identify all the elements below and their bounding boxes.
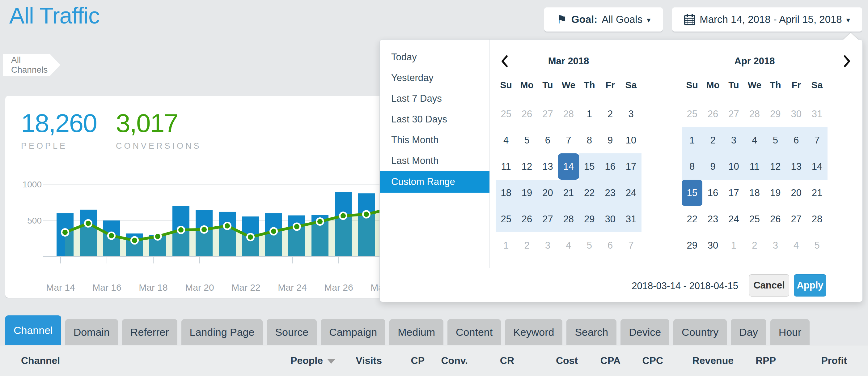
day-cell[interactable]: 16	[702, 180, 723, 206]
day-cell[interactable]: 5	[807, 232, 827, 259]
day-cell[interactable]: 19	[516, 180, 537, 206]
day-cell[interactable]: 3	[765, 232, 786, 259]
day-cell[interactable]: 26	[702, 101, 723, 127]
column-header-cpc[interactable]: CPC	[620, 355, 663, 367]
day-cell[interactable]: 3	[723, 127, 744, 153]
column-header-revenue[interactable]: Revenue	[663, 355, 734, 367]
breadcrumb[interactable]: All Channels	[3, 54, 50, 76]
day-cell[interactable]: 1	[682, 127, 702, 153]
column-header-rpp[interactable]: RPP	[734, 355, 776, 367]
column-header-people[interactable]: People	[258, 355, 335, 367]
apply-button[interactable]: Apply	[794, 274, 826, 296]
line-point[interactable]	[108, 232, 115, 239]
day-cell[interactable]: 12	[765, 153, 786, 180]
day-cell[interactable]: 14	[558, 153, 579, 180]
line-point[interactable]	[85, 220, 92, 227]
day-cell[interactable]: 8	[579, 127, 600, 153]
day-cell[interactable]: 5	[516, 127, 537, 153]
day-cell[interactable]: 29	[765, 101, 786, 127]
line-point[interactable]	[293, 223, 300, 230]
line-point[interactable]	[270, 228, 277, 235]
day-cell[interactable]: 29	[579, 206, 600, 232]
day-cell[interactable]: 17	[620, 153, 641, 180]
day-cell[interactable]: 30	[600, 206, 620, 232]
line-point[interactable]	[363, 211, 370, 218]
day-cell[interactable]: 25	[682, 101, 702, 127]
day-cell[interactable]: 31	[620, 206, 641, 232]
tab-device[interactable]: Device	[620, 319, 669, 345]
day-cell[interactable]: 27	[537, 101, 558, 127]
tab-content[interactable]: Content	[447, 319, 501, 345]
day-cell[interactable]: 29	[682, 232, 702, 259]
column-header-profit[interactable]: Profit	[776, 355, 847, 367]
tab-search[interactable]: Search	[566, 319, 617, 345]
day-cell[interactable]: 28	[744, 101, 765, 127]
day-cell[interactable]: 19	[765, 180, 786, 206]
tab-source[interactable]: Source	[267, 319, 317, 345]
tab-channel[interactable]: Channel	[5, 315, 61, 345]
column-header-visits[interactable]: Visits	[335, 355, 382, 367]
day-cell[interactable]: 3	[620, 101, 641, 127]
day-cell[interactable]: 8	[682, 153, 702, 180]
day-cell[interactable]: 10	[723, 153, 744, 180]
column-header-conv[interactable]: Conv.	[425, 355, 468, 367]
tab-referrer[interactable]: Referrer	[122, 319, 177, 345]
line-point[interactable]	[178, 226, 184, 233]
day-cell[interactable]: 22	[579, 180, 600, 206]
quick-range-this-month[interactable]: This Month	[380, 129, 490, 150]
next-month-icon[interactable]	[842, 54, 855, 68]
quick-range-last-30-days[interactable]: Last 30 Days	[380, 109, 490, 129]
day-cell[interactable]: 1	[579, 101, 600, 127]
day-cell[interactable]: 25	[496, 101, 516, 127]
day-cell[interactable]: 11	[496, 153, 516, 180]
day-cell[interactable]: 30	[702, 232, 723, 259]
day-cell[interactable]: 28	[558, 206, 579, 232]
day-cell[interactable]: 27	[723, 101, 744, 127]
day-cell[interactable]: 5	[765, 127, 786, 153]
day-cell[interactable]: 15	[682, 180, 702, 206]
day-cell[interactable]: 9	[600, 127, 620, 153]
tab-keyword[interactable]: Keyword	[505, 319, 562, 345]
day-cell[interactable]: 11	[744, 153, 765, 180]
day-cell[interactable]: 24	[620, 180, 641, 206]
day-cell[interactable]: 20	[537, 180, 558, 206]
day-cell[interactable]: 4	[496, 127, 516, 153]
day-cell[interactable]: 7	[558, 127, 579, 153]
day-cell[interactable]: 5	[579, 232, 600, 259]
day-cell[interactable]: 1	[723, 232, 744, 259]
line-point[interactable]	[317, 218, 323, 225]
day-cell[interactable]: 6	[786, 127, 807, 153]
tab-day[interactable]: Day	[731, 319, 766, 345]
cancel-button[interactable]: Cancel	[749, 274, 789, 296]
line-point[interactable]	[247, 234, 254, 240]
day-cell[interactable]: 17	[723, 180, 744, 206]
column-header-channel[interactable]: Channel	[0, 355, 258, 367]
tab-country[interactable]: Country	[673, 319, 727, 345]
tab-domain[interactable]: Domain	[65, 319, 118, 345]
quick-range-yesterday[interactable]: Yesterday	[380, 67, 490, 88]
day-cell[interactable]: 20	[786, 180, 807, 206]
column-header-cpa[interactable]: CPA	[578, 355, 620, 367]
line-point[interactable]	[62, 229, 69, 236]
day-cell[interactable]: 6	[537, 127, 558, 153]
day-cell[interactable]: 12	[516, 153, 537, 180]
day-cell[interactable]: 4	[744, 127, 765, 153]
tab-landing-page[interactable]: Landing Page	[181, 319, 263, 345]
day-cell[interactable]: 7	[807, 127, 827, 153]
day-cell[interactable]: 13	[786, 153, 807, 180]
day-cell[interactable]: 4	[558, 232, 579, 259]
day-cell[interactable]: 10	[620, 127, 641, 153]
day-cell[interactable]: 18	[744, 180, 765, 206]
day-cell[interactable]: 21	[558, 180, 579, 206]
day-cell[interactable]: 25	[496, 206, 516, 232]
quick-range-today[interactable]: Today	[380, 47, 490, 67]
day-cell[interactable]: 26	[765, 206, 786, 232]
day-cell[interactable]: 23	[600, 180, 620, 206]
day-cell[interactable]: 24	[723, 206, 744, 232]
day-cell[interactable]: 30	[786, 101, 807, 127]
tab-medium[interactable]: Medium	[389, 319, 443, 345]
quick-range-last-month[interactable]: Last Month	[380, 150, 490, 171]
day-cell[interactable]: 2	[744, 232, 765, 259]
day-cell[interactable]: 27	[537, 206, 558, 232]
day-cell[interactable]: 2	[702, 127, 723, 153]
